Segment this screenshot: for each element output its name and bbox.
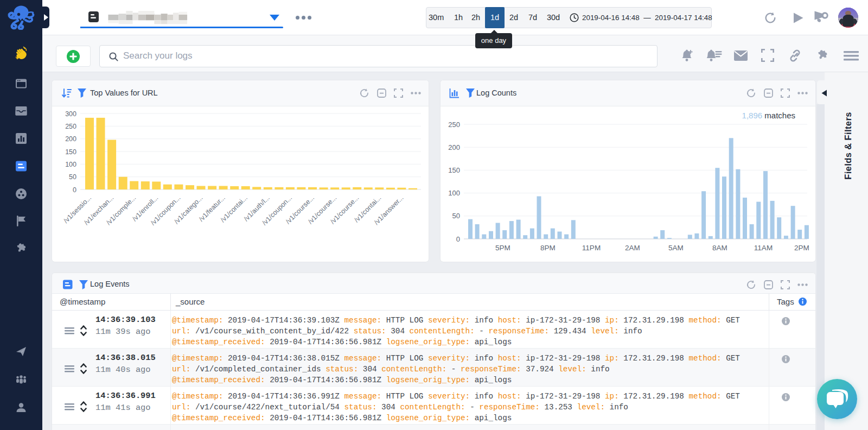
svg-text:0: 0 [73, 186, 76, 194]
svg-text:0: 0 [456, 235, 460, 243]
svg-text:150: 150 [65, 148, 76, 156]
svg-text:1,896 matches: 1,896 matches [742, 111, 795, 120]
svg-text:8AM: 8AM [712, 244, 727, 252]
svg-text:100: 100 [448, 189, 460, 197]
svg-text:250: 250 [448, 121, 460, 129]
svg-text:11PM: 11PM [582, 244, 601, 252]
svg-text:50: 50 [69, 173, 76, 181]
svg-text:5AM: 5AM [668, 244, 684, 252]
svg-text:200: 200 [448, 143, 460, 151]
svg-text:2PM: 2PM [794, 244, 809, 252]
svg-text:11AM: 11AM [754, 244, 773, 252]
svg-text:250: 250 [65, 123, 76, 130]
svg-text:200: 200 [65, 135, 76, 143]
svg-text:5PM: 5PM [495, 244, 510, 252]
svg-text:8PM: 8PM [540, 244, 556, 252]
svg-text:100: 100 [65, 161, 76, 168]
svg-text:150: 150 [448, 166, 460, 174]
svg-text:50: 50 [452, 212, 460, 220]
svg-text:2AM: 2AM [625, 244, 640, 252]
svg-text:300: 300 [65, 110, 76, 118]
